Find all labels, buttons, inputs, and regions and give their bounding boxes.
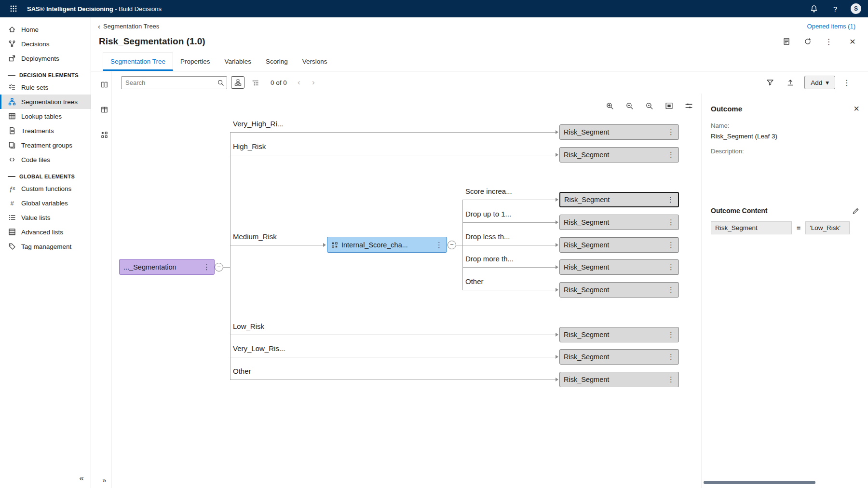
tree-node-root[interactable]: ..._Segmentation ⋮: [119, 259, 215, 275]
validate-icon[interactable]: [780, 35, 793, 48]
edge-arrow: [556, 130, 558, 134]
name-value: Risk_Segment (Leaf 3): [711, 133, 859, 140]
collapse-node-button[interactable]: −: [448, 241, 456, 249]
upload-icon[interactable]: [784, 76, 797, 89]
sidebar-item-code-files[interactable]: Code files: [0, 152, 91, 167]
tree-node-leaf[interactable]: Risk_Segment⋮: [559, 215, 679, 230]
help-icon[interactable]: ?: [829, 3, 841, 14]
tree-node-leaf[interactable]: Risk_Segment⋮: [559, 282, 679, 298]
kebab-icon[interactable]: ⋮: [665, 285, 675, 294]
sidebar-item-treatments[interactable]: Treatments: [0, 123, 91, 138]
tree-node-leaf[interactable]: Risk_Segment⋮: [559, 327, 679, 342]
branch-label: Other: [465, 277, 485, 286]
tree-node-leaf[interactable]: Risk_Segment⋮: [559, 372, 679, 387]
filter-icon[interactable]: [764, 76, 776, 89]
tab-segmentation-tree[interactable]: Segmentation Tree: [103, 53, 173, 71]
sidebar-item-value-lists[interactable]: Value lists: [0, 210, 91, 225]
search-icon[interactable]: [217, 79, 224, 86]
data-grid-icon[interactable]: [98, 103, 111, 116]
tree-node-leaf-selected[interactable]: Risk_Segment⋮: [559, 192, 679, 207]
tree-edge: [462, 245, 556, 245]
kebab-icon[interactable]: ⋮: [665, 330, 675, 339]
tag-management-icon: [8, 243, 16, 250]
kebab-icon[interactable]: ⋮: [665, 352, 675, 361]
refresh-icon[interactable]: [801, 35, 814, 48]
sidebar-item-custom-functions[interactable]: ƒx Custom functions: [0, 181, 91, 196]
horizontal-scrollbar[interactable]: [704, 481, 815, 484]
tab-properties[interactable]: Properties: [173, 53, 217, 71]
sidebar-item-lookup-tables[interactable]: Lookup tables: [0, 109, 91, 123]
equals-operator: =: [797, 224, 800, 232]
lookup-tables-icon: [8, 112, 16, 120]
tree-trunk: [230, 132, 231, 380]
kebab-icon[interactable]: ⋮: [433, 241, 443, 249]
sidebar-item-segmentation-trees[interactable]: Segmentation trees: [0, 95, 91, 109]
collapse-sidebar-button[interactable]: «: [80, 474, 84, 483]
tree-canvas[interactable]: Very_High_Ri... High_Risk Medium_Risk Lo…: [111, 94, 702, 488]
next-match-button[interactable]: ›: [308, 78, 319, 87]
sidebar-item-global-variables[interactable]: # Global variables: [0, 196, 91, 210]
add-button[interactable]: Add ▾: [804, 76, 835, 89]
edit-pencil-icon[interactable]: [852, 207, 859, 215]
tree-node-leaf[interactable]: Risk_Segment⋮: [559, 147, 679, 163]
fit-to-screen-icon[interactable]: [663, 99, 675, 112]
sidebar-item-rule-sets[interactable]: Rule sets: [0, 80, 91, 95]
sidebar-item-advanced-lists[interactable]: Advanced lists: [0, 225, 91, 239]
page-title: Risk_Segmentation (1.0): [99, 36, 205, 47]
outcome-rhs-field[interactable]: 'Low_Risk': [805, 221, 850, 234]
node-tool-icon[interactable]: [98, 128, 111, 141]
branch-label: Score increa...: [465, 187, 514, 196]
tree-node-leaf[interactable]: Risk_Segment⋮: [559, 259, 679, 275]
back-to-segmentation-trees[interactable]: ‹ Segmentation Trees: [98, 22, 159, 30]
collapse-node-button[interactable]: −: [215, 263, 223, 271]
edge-arrow: [556, 243, 558, 247]
sidebar-section-global-elements: GLOBAL ELEMENTS: [0, 174, 91, 179]
tree-node-leaf[interactable]: Risk_Segment⋮: [559, 349, 679, 365]
kebab-icon[interactable]: ⋮: [664, 195, 674, 204]
kebab-icon[interactable]: ⋮: [665, 218, 675, 227]
panel-toggle-icon[interactable]: [98, 78, 111, 91]
diagram-view-button[interactable]: [231, 76, 244, 89]
description-label: Description:: [711, 148, 859, 155]
outcome-lhs-field[interactable]: Risk_Segment: [711, 221, 792, 234]
sidebar-item-home[interactable]: Home: [0, 22, 91, 37]
search-input[interactable]: [121, 76, 227, 89]
previous-match-button[interactable]: ‹: [294, 78, 304, 87]
apps-grid-icon[interactable]: [7, 2, 20, 15]
kebab-icon[interactable]: ⋮: [200, 263, 210, 271]
zoom-in-icon[interactable]: [603, 99, 616, 112]
opened-items-link[interactable]: Opened items (1): [807, 23, 855, 30]
deployments-icon: [8, 54, 16, 62]
advanced-lists-icon: [8, 228, 16, 236]
close-icon[interactable]: ×: [850, 36, 855, 47]
sidebar-item-treatment-groups[interactable]: Treatment groups: [0, 138, 91, 152]
zoom-out-icon[interactable]: [623, 99, 636, 112]
tree-node-split[interactable]: Internal_Score_cha... ⋮: [327, 237, 447, 253]
sidebar-item-decisions[interactable]: Decisions: [0, 37, 91, 51]
sidebar-item-deployments[interactable]: Deployments: [0, 51, 91, 66]
tree-node-leaf[interactable]: Risk_Segment⋮: [559, 124, 679, 140]
kebab-icon[interactable]: ⋮: [665, 128, 675, 136]
more-options-icon[interactable]: ⋮: [823, 35, 835, 48]
tab-scoring[interactable]: Scoring: [258, 53, 295, 71]
outline-view-button[interactable]: [248, 76, 262, 89]
kebab-icon[interactable]: ⋮: [665, 263, 675, 271]
expand-panel-button[interactable]: »: [103, 476, 107, 484]
kebab-icon[interactable]: ⋮: [665, 375, 675, 384]
panel-close-icon[interactable]: ×: [854, 103, 859, 114]
tab-versions[interactable]: Versions: [295, 53, 335, 71]
layout-options-icon[interactable]: [682, 99, 695, 112]
avatar[interactable]: S: [851, 3, 861, 14]
sidebar-item-tag-management[interactable]: Tag management: [0, 239, 91, 254]
notifications-icon[interactable]: [808, 3, 820, 14]
kebab-icon[interactable]: ⋮: [665, 150, 675, 159]
branch-label: Very_High_Ri...: [233, 120, 285, 129]
global-variables-icon: #: [8, 200, 16, 207]
kebab-icon[interactable]: ⋮: [665, 241, 675, 249]
tree-node-leaf[interactable]: Risk_Segment⋮: [559, 237, 679, 253]
section-rule: [8, 176, 15, 177]
tab-variables[interactable]: Variables: [217, 53, 258, 71]
toolbar-more-options-icon[interactable]: ⋮: [843, 78, 851, 87]
zoom-reset-icon[interactable]: [643, 99, 655, 112]
edge-arrow: [556, 220, 558, 224]
